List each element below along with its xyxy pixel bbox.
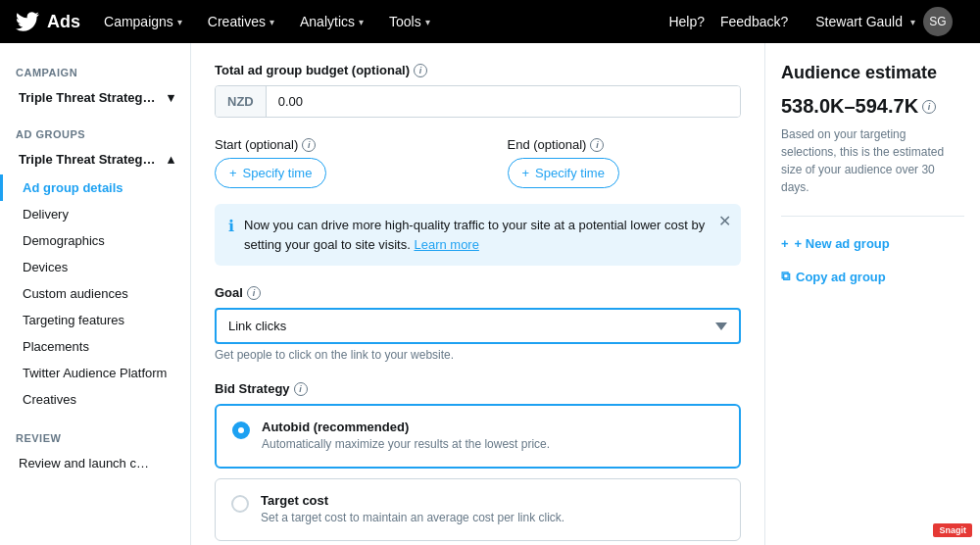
main-content: Total ad group budget (optional) i NZD S… [191, 43, 764, 545]
user-avatar: SG [923, 7, 953, 36]
goal-info-icon[interactable]: i [247, 286, 261, 300]
brand-logo[interactable]: Ads [16, 10, 80, 33]
topnav-right: Help? Feedback? Stewart Gauld ▾ SG [668, 1, 964, 42]
budget-section: Total ad group budget (optional) i NZD [215, 63, 741, 118]
specify-end-time-button[interactable]: + Specify time [508, 158, 619, 188]
currency-label: NZD [216, 86, 267, 117]
bid-strategy-label: Bid Strategy i [215, 381, 741, 396]
chevron-down-icon: ▾ [425, 17, 430, 27]
budget-label: Total ad group budget (optional) i [215, 63, 741, 77]
start-time-col: Start (optional) i + Specify time [215, 137, 449, 188]
bid-radio-autobid [232, 421, 250, 439]
panel-divider [781, 216, 964, 217]
audience-info-icon[interactable]: i [922, 100, 936, 114]
bid-radio-target-cost [231, 495, 249, 513]
plus-icon: + [229, 166, 237, 180]
bid-strategy-section: Bid Strategy i Autobid (recommended) Aut… [215, 381, 741, 545]
info-banner-icon: ℹ [228, 217, 234, 235]
goal-hint: Get people to click on the link to your … [215, 348, 741, 362]
audience-range: 538.0K–594.7K i [781, 95, 964, 118]
budget-input-row: NZD [215, 85, 741, 118]
end-time-col: End (optional) i + Specify time [508, 137, 742, 188]
sidebar-item-placements[interactable]: Placements [0, 333, 190, 360]
plus-icon: + [522, 166, 530, 180]
bid-option-target-cost[interactable]: Target cost Set a target cost to maintai… [215, 478, 741, 541]
bid-option-autobid-content: Autobid (recommended) Automatically maxi… [262, 420, 550, 453]
target-cost-title: Target cost [261, 493, 564, 508]
budget-input[interactable] [267, 86, 740, 117]
sidebar: CAMPAIGN Triple Threat Strategy - Cam...… [0, 43, 191, 545]
ad-group-name: Triple Threat Strategy - Ad G... [19, 152, 156, 167]
goal-select[interactable]: Link clicks [215, 308, 741, 344]
budget-info-icon[interactable]: i [414, 64, 427, 77]
close-icon[interactable]: ✕ [718, 212, 731, 230]
copy-ad-group-button[interactable]: ⧉ Copy ad group [781, 265, 964, 288]
brand-label: Ads [47, 12, 80, 32]
target-cost-desc: Set a target cost to maintain an average… [261, 510, 564, 526]
sidebar-campaign[interactable]: Triple Threat Strategy - Cam... ▾ [0, 82, 190, 113]
autobid-desc: Automatically maximize your results at t… [262, 436, 550, 453]
campaign-name: Triple Threat Strategy - Cam... [19, 90, 156, 105]
chevron-down-icon: ▾ [359, 17, 364, 27]
specify-start-time-label: Specify time [243, 166, 313, 180]
end-info-icon[interactable]: i [590, 138, 604, 152]
sidebar-item-targeting-features[interactable]: Targeting features [0, 307, 190, 333]
chevron-down-icon: ▾ [177, 17, 182, 27]
info-banner-text: Now you can drive more high-quality traf… [244, 216, 727, 254]
sidebar-item-review[interactable]: Review and launch campaign [0, 448, 190, 478]
right-panel: Audience estimate 538.0K–594.7K i Based … [764, 43, 980, 545]
bid-strategy-info-icon[interactable]: i [294, 382, 308, 396]
time-row: Start (optional) i + Specify time End (o… [215, 137, 741, 188]
new-ad-group-button[interactable]: + + New ad group [781, 232, 964, 255]
specify-end-time-label: Specify time [535, 166, 605, 180]
nav-tools[interactable]: Tools ▾ [377, 8, 442, 35]
sidebar-item-ad-group-details[interactable]: Ad group details [0, 174, 190, 201]
audience-estimate-title: Audience estimate [781, 63, 964, 83]
sidebar-ad-group[interactable]: Triple Threat Strategy - Ad G... ▴ [0, 144, 190, 174]
end-label: End (optional) i [508, 137, 742, 152]
audience-description: Based on your targeting selections, this… [781, 125, 964, 196]
campaign-section-label: CAMPAIGN [0, 59, 190, 82]
goal-label: Goal i [215, 285, 741, 300]
feedback-link[interactable]: Feedback? [720, 14, 788, 29]
bid-option-autobid[interactable]: Autobid (recommended) Automatically maxi… [215, 404, 741, 469]
review-label: Review and launch campaign [19, 456, 156, 471]
autobid-title: Autobid (recommended) [262, 420, 550, 434]
chevron-down-icon: ▾ [168, 90, 174, 105]
sidebar-item-custom-audiences[interactable]: Custom audiences [0, 280, 190, 307]
snagit-badge: Snagit [933, 523, 972, 537]
chevron-down-icon: ▾ [910, 17, 915, 27]
ad-groups-section-label: AD GROUPS [0, 121, 190, 144]
info-banner: ℹ Now you can drive more high-quality tr… [215, 204, 741, 266]
panel-actions: + + New ad group ⧉ Copy ad group [781, 232, 964, 288]
specify-start-time-button[interactable]: + Specify time [215, 158, 326, 188]
info-banner-link[interactable]: Learn more [414, 237, 478, 252]
nav-analytics[interactable]: Analytics ▾ [288, 8, 375, 35]
copy-icon: ⧉ [781, 269, 790, 284]
start-label: Start (optional) i [215, 137, 449, 152]
chevron-down-icon: ▾ [270, 17, 274, 27]
help-link[interactable]: Help? [668, 14, 705, 29]
sidebar-item-twitter-audience-platform[interactable]: Twitter Audience Platform [0, 360, 190, 386]
top-navigation: Ads Campaigns ▾ Creatives ▾ Analytics ▾ … [0, 0, 980, 43]
twitter-icon [16, 10, 39, 33]
plus-icon: + [781, 236, 789, 251]
nav-creatives[interactable]: Creatives ▾ [196, 8, 286, 35]
sidebar-item-delivery[interactable]: Delivery [0, 201, 190, 227]
sidebar-item-devices[interactable]: Devices [0, 254, 190, 280]
nav-campaigns[interactable]: Campaigns ▾ [92, 8, 194, 35]
chevron-up-icon: ▴ [168, 152, 174, 167]
sidebar-item-creatives[interactable]: Creatives [0, 386, 190, 413]
review-section-label: REVIEW [0, 424, 190, 448]
sidebar-item-demographics[interactable]: Demographics [0, 227, 190, 254]
start-info-icon[interactable]: i [302, 138, 316, 152]
user-menu[interactable]: Stewart Gauld ▾ SG [804, 1, 964, 42]
goal-section: Goal i Link clicks Get people to click o… [215, 285, 741, 362]
bid-option-target-cost-content: Target cost Set a target cost to maintai… [261, 493, 564, 526]
main-navigation: Campaigns ▾ Creatives ▾ Analytics ▾ Tool… [92, 8, 664, 35]
page-layout: CAMPAIGN Triple Threat Strategy - Cam...… [0, 43, 980, 545]
